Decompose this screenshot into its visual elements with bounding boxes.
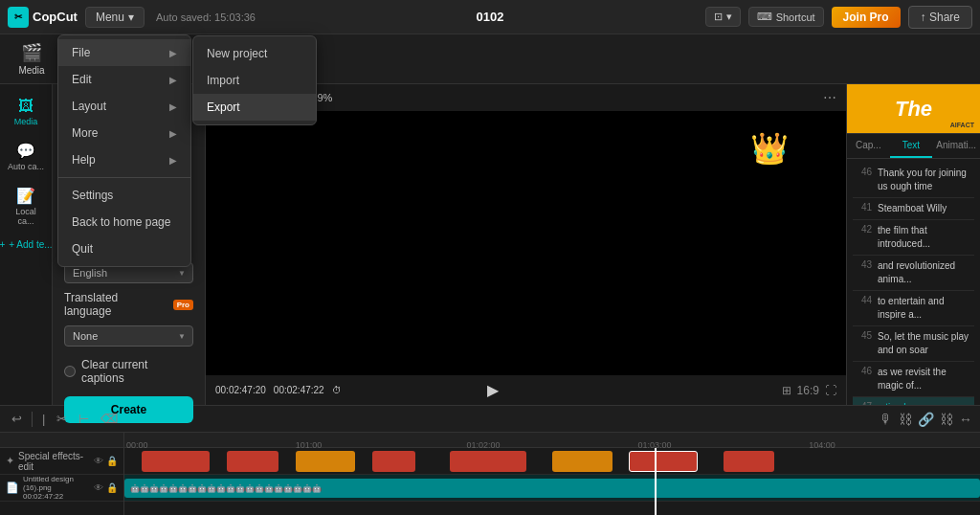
extend-icon[interactable]: ↔ (959, 412, 972, 427)
crop-button[interactable]: ⊢ (75, 410, 93, 428)
track1-lock[interactable]: 🔒 (106, 456, 118, 466)
tab-animations[interactable]: Animati... (932, 134, 980, 158)
ratio-icon[interactable]: 16:9 (797, 384, 819, 397)
translated-language-select[interactable]: None (64, 325, 193, 347)
caption-row-42[interactable]: 42 the film that introduced... (853, 220, 974, 256)
delete-button[interactable]: ⌫ (97, 410, 122, 428)
tool-media[interactable]: 🎬 Media (8, 38, 56, 79)
submenu-import[interactable]: Import (193, 67, 316, 94)
file-submenu: New project Import Export (192, 35, 317, 125)
layout-label: Layout (72, 100, 106, 113)
track2-controls: 👁 🔒 (94, 482, 118, 493)
split-button[interactable]: ✂ (53, 410, 71, 428)
caption-text: the film that introduced... (878, 224, 972, 251)
player-menu-icon[interactable]: ⋯ (823, 90, 836, 105)
playhead[interactable] (655, 448, 657, 515)
quit-label: Quit (72, 242, 93, 256)
fit-icon[interactable]: ⊞ (782, 384, 791, 397)
clear-captions-row[interactable]: Clear current captions (64, 358, 193, 385)
topbar: ✂ CopCut Menu ▾ Auto saved: 15:03:36 010… (0, 0, 980, 34)
file-chevron-icon: ▶ (169, 48, 177, 58)
tab-captions[interactable]: Cap... (847, 134, 890, 158)
caption-num: 45 (855, 330, 872, 357)
sidebar-item-media[interactable]: 🖼 Media (3, 92, 49, 132)
caption-text: Thank you for joining us ough time (878, 167, 972, 193)
clip-r8[interactable] (724, 451, 775, 472)
caption-row-46b[interactable]: 46 as we revisit the magic of... (853, 362, 974, 397)
tab-text[interactable]: Text (890, 134, 933, 158)
submenu-new-project[interactable]: New project (193, 40, 316, 67)
monitor-button[interactable]: ⊡ ▾ (705, 7, 741, 27)
submenu-export[interactable]: Export (193, 94, 316, 121)
clip-r6[interactable] (552, 451, 612, 472)
track1-row (124, 448, 980, 475)
menu-item-edit[interactable]: Edit ▶ (58, 66, 190, 93)
player-mascot: 👑 (750, 130, 789, 167)
autosave-status: Auto saved: 15:03:36 (156, 11, 256, 23)
clip-r3[interactable] (296, 451, 356, 472)
more-chevron-icon: ▶ (169, 128, 177, 139)
cut-button[interactable]: | (38, 410, 49, 428)
thumbnail-area: The AIFACT (847, 84, 980, 134)
link-icon[interactable]: ⛓ (899, 412, 912, 427)
clip-r4[interactable] (372, 451, 415, 472)
thumbnail-logo: AIFACT (950, 122, 974, 128)
sidebar-item-auto-captions[interactable]: 💬 Auto ca... (3, 136, 49, 177)
caption-num: 46 (855, 366, 872, 392)
fullscreen-icon[interactable]: ⛶ (825, 384, 836, 397)
menu-item-layout[interactable]: Layout ▶ (58, 93, 190, 120)
timeline-right-controls: 🎙 ⛓ 🔗 ⛓ ↔ (880, 412, 972, 427)
clip-r1[interactable] (142, 451, 211, 472)
caption-text: to entertain and inspire a... (878, 295, 972, 322)
track1-eye[interactable]: 👁 (94, 456, 103, 466)
share-button[interactable]: ↑ Share (908, 6, 972, 29)
file-label: File (72, 46, 90, 59)
caption-row-46a[interactable]: 46 Thank you for joining us ough time (853, 163, 974, 198)
media-panel-label: Media (14, 117, 38, 126)
clear-captions-label: Clear current captions (81, 358, 193, 385)
audio-link-icon[interactable]: 🔗 (918, 412, 934, 427)
mic-icon[interactable]: 🎙 (880, 412, 893, 427)
menu-item-quit[interactable]: Quit (58, 235, 190, 262)
clip-r2[interactable] (227, 451, 278, 472)
track2-clip-main[interactable]: 🤖🤖🤖🤖🤖🤖🤖🤖🤖🤖🤖🤖🤖🤖🤖🤖🤖🤖🤖🤖 (124, 479, 980, 498)
timeline-body: ✦ Special effects- edit 👁 🔒 📄 Untitled d… (0, 433, 980, 515)
undo-button[interactable]: ↩ (8, 410, 26, 428)
caption-row-45[interactable]: 45 So, let the music play and on soar (853, 326, 974, 362)
project-title: 0102 (477, 10, 504, 24)
caption-row-41[interactable]: 41 Steamboat Willy (853, 198, 974, 220)
add-text-button[interactable]: + + Add te... (0, 235, 58, 254)
menu-item-help[interactable]: Help ▶ (58, 146, 190, 173)
logo-text: CopCut (33, 10, 78, 24)
local-captions-icon: 📝 (16, 187, 35, 205)
sidebar-item-local-captions[interactable]: 📝 Local ca... (3, 181, 49, 232)
thumbnail-image: The AIFACT (851, 88, 976, 130)
player-canvas[interactable]: 👑 (206, 111, 846, 375)
player-total-time: 00:02:47:22 (274, 385, 324, 395)
caption-row-43[interactable]: 43 and revolutionized anima... (853, 256, 974, 291)
track2-lock[interactable]: 🔒 (106, 482, 118, 493)
play-button[interactable]: ▶ (487, 381, 499, 399)
menu-item-file[interactable]: File ▶ New project Import Export (58, 39, 190, 66)
menu-chevron-icon: ▾ (128, 11, 134, 24)
monitor-label: ▾ (726, 11, 732, 23)
caption-row-44[interactable]: 44 to entertain and inspire a... (853, 291, 974, 326)
menu-item-more[interactable]: More ▶ (58, 120, 190, 146)
more-label: More (72, 126, 98, 140)
clear-captions-checkbox[interactable] (64, 366, 76, 377)
caption-num: 41 (855, 202, 872, 215)
file-dropdown-menu: File ▶ New project Import Export Edit ▶ … (57, 34, 191, 267)
menu-button[interactable]: Menu ▾ (85, 7, 145, 28)
clip-r7[interactable] (629, 451, 698, 472)
shortcut-button[interactable]: ⌨ Shortcut (748, 7, 824, 27)
join-pro-button[interactable]: Join Pro (832, 7, 901, 28)
unlink-icon[interactable]: ⛓ (940, 412, 953, 427)
share-icon: ↑ (921, 11, 926, 24)
clip-r5[interactable] (450, 451, 526, 472)
share-label: Share (929, 11, 960, 24)
menu-item-settings[interactable]: Settings (58, 182, 190, 209)
menu-item-home[interactable]: Back to home page (58, 209, 190, 235)
caption-row-47[interactable]: 47 a timeless masterpiece th... y! (853, 397, 974, 405)
edit-chevron-icon: ▶ (169, 75, 177, 85)
track2-eye[interactable]: 👁 (94, 482, 103, 493)
